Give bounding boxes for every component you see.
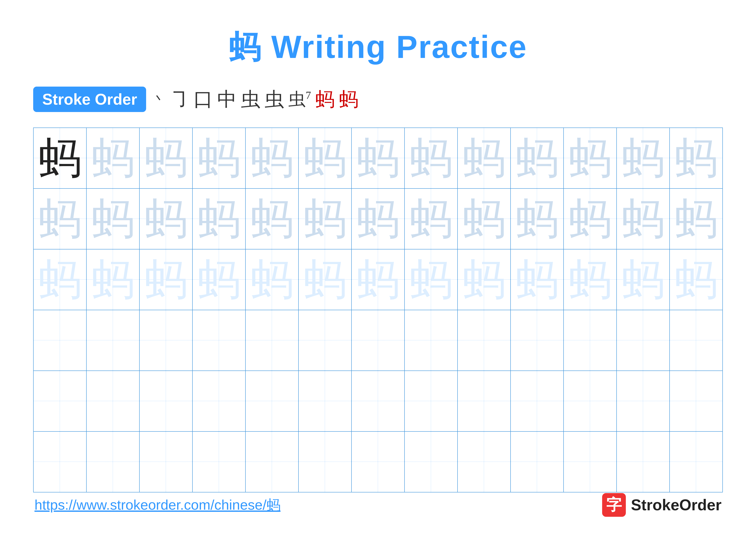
grid-cell-6-6[interactable] bbox=[299, 432, 352, 492]
grid-cell-3-8[interactable]: 蚂 bbox=[405, 249, 458, 310]
grid-cell-2-11[interactable]: 蚂 bbox=[564, 189, 617, 249]
grid-cell-1-3[interactable]: 蚂 bbox=[140, 128, 193, 188]
grid-cell-4-12[interactable] bbox=[617, 310, 670, 370]
grid-cell-6-13[interactable] bbox=[670, 432, 722, 492]
footer-url[interactable]: https://www.strokeorder.com/chinese/蚂 bbox=[35, 496, 281, 514]
grid-cell-6-2[interactable] bbox=[87, 432, 140, 492]
grid-cell-1-4[interactable]: 蚂 bbox=[193, 128, 246, 188]
grid-cell-6-5[interactable] bbox=[246, 432, 299, 492]
grid-cell-4-10[interactable] bbox=[511, 310, 564, 370]
grid-cell-5-3[interactable] bbox=[140, 371, 193, 431]
grid-cell-1-6[interactable]: 蚂 bbox=[299, 128, 352, 188]
grid-cell-4-9[interactable] bbox=[458, 310, 511, 370]
grid-cell-5-13[interactable] bbox=[670, 371, 722, 431]
grid-cell-1-8[interactable]: 蚂 bbox=[405, 128, 458, 188]
grid-cell-4-8[interactable] bbox=[405, 310, 458, 370]
grid-cell-6-7[interactable] bbox=[352, 432, 405, 492]
grid-cell-2-6[interactable]: 蚂 bbox=[299, 189, 352, 249]
grid-cell-3-5[interactable]: 蚂 bbox=[246, 249, 299, 310]
grid-cell-2-10[interactable]: 蚂 bbox=[511, 189, 564, 249]
stroke-sequence: 丶 ㇆ 口 中 虫 虫 虫7 蚂 蚂 bbox=[152, 86, 358, 113]
grid-cell-6-10[interactable] bbox=[511, 432, 564, 492]
grid-cell-5-12[interactable] bbox=[617, 371, 670, 431]
grid-cell-1-7[interactable]: 蚂 bbox=[352, 128, 405, 188]
grid-cell-5-9[interactable] bbox=[458, 371, 511, 431]
grid-cell-5-7[interactable] bbox=[352, 371, 405, 431]
grid-cell-4-6[interactable] bbox=[299, 310, 352, 370]
grid-cell-1-10[interactable]: 蚂 bbox=[511, 128, 564, 188]
grid-row-5 bbox=[34, 371, 722, 432]
grid-cell-5-10[interactable] bbox=[511, 371, 564, 431]
grid-cell-5-6[interactable] bbox=[299, 371, 352, 431]
grid-cell-1-11[interactable]: 蚂 bbox=[564, 128, 617, 188]
grid-cell-4-3[interactable] bbox=[140, 310, 193, 370]
grid-cell-2-5[interactable]: 蚂 bbox=[246, 189, 299, 249]
grid-cell-2-13[interactable]: 蚂 bbox=[670, 189, 722, 249]
grid-cell-6-8[interactable] bbox=[405, 432, 458, 492]
grid-cell-4-2[interactable] bbox=[87, 310, 140, 370]
grid-cell-3-7[interactable]: 蚂 bbox=[352, 249, 405, 310]
grid-cell-5-2[interactable] bbox=[87, 371, 140, 431]
grid-cell-1-1[interactable]: 蚂 bbox=[34, 128, 87, 188]
grid-cell-2-1[interactable]: 蚂 bbox=[34, 189, 87, 249]
grid-cell-6-1[interactable] bbox=[34, 432, 87, 492]
grid-cell-6-4[interactable] bbox=[193, 432, 246, 492]
stroke-order-section: Stroke Order 丶 ㇆ 口 中 虫 虫 虫7 蚂 蚂 bbox=[33, 86, 723, 113]
grid-cell-1-9[interactable]: 蚂 bbox=[458, 128, 511, 188]
grid-cell-3-11[interactable]: 蚂 bbox=[564, 249, 617, 310]
grid-cell-6-12[interactable] bbox=[617, 432, 670, 492]
stroke-seq-6: 虫 bbox=[265, 86, 284, 113]
grid-cell-6-11[interactable] bbox=[564, 432, 617, 492]
grid-row-6 bbox=[34, 432, 722, 492]
grid-cell-3-2[interactable]: 蚂 bbox=[87, 249, 140, 310]
grid-cell-4-11[interactable] bbox=[564, 310, 617, 370]
grid-cell-3-10[interactable]: 蚂 bbox=[511, 249, 564, 310]
grid-cell-3-12[interactable]: 蚂 bbox=[617, 249, 670, 310]
grid-cell-1-5[interactable]: 蚂 bbox=[246, 128, 299, 188]
grid-cell-2-12[interactable]: 蚂 bbox=[617, 189, 670, 249]
grid-cell-5-1[interactable] bbox=[34, 371, 87, 431]
grid-cell-3-9[interactable]: 蚂 bbox=[458, 249, 511, 310]
stroke-seq-dot-1: 丶 bbox=[152, 91, 166, 108]
grid-cell-5-4[interactable] bbox=[193, 371, 246, 431]
grid-cell-4-5[interactable] bbox=[246, 310, 299, 370]
grid-cell-3-3[interactable]: 蚂 bbox=[140, 249, 193, 310]
grid-cell-2-9[interactable]: 蚂 bbox=[458, 189, 511, 249]
grid-cell-2-7[interactable]: 蚂 bbox=[352, 189, 405, 249]
grid-cell-3-13[interactable]: 蚂 bbox=[670, 249, 722, 310]
grid-cell-3-6[interactable]: 蚂 bbox=[299, 249, 352, 310]
page: 蚂 Writing Practice Stroke Order 丶 ㇆ 口 中 … bbox=[0, 0, 756, 534]
grid-row-4 bbox=[34, 310, 722, 371]
grid-cell-2-8[interactable]: 蚂 bbox=[405, 189, 458, 249]
grid-cell-1-12[interactable]: 蚂 bbox=[617, 128, 670, 188]
grid-cell-1-13[interactable]: 蚂 bbox=[670, 128, 722, 188]
grid-cell-3-1[interactable]: 蚂 bbox=[34, 249, 87, 310]
grid-cell-6-9[interactable] bbox=[458, 432, 511, 492]
stroke-seq-3: 口 bbox=[194, 86, 213, 113]
grid-cell-4-7[interactable] bbox=[352, 310, 405, 370]
footer: https://www.strokeorder.com/chinese/蚂 字 … bbox=[35, 493, 721, 517]
stroke-seq-9: 蚂 bbox=[339, 86, 358, 113]
grid-cell-1-2[interactable]: 蚂 bbox=[87, 128, 140, 188]
grid-cell-4-1[interactable] bbox=[34, 310, 87, 370]
grid-cell-5-11[interactable] bbox=[564, 371, 617, 431]
page-title: 蚂 Writing Practice bbox=[229, 26, 527, 69]
grid-cell-2-4[interactable]: 蚂 bbox=[193, 189, 246, 249]
practice-grid: 蚂 蚂 蚂 蚂 蚂 蚂 蚂 蚂 蚂 蚂 蚂 蚂 蚂 蚂 蚂 蚂 蚂 蚂 蚂 蚂 … bbox=[33, 128, 723, 493]
stroke-seq-2: ㇆ bbox=[170, 86, 189, 113]
grid-cell-2-2[interactable]: 蚂 bbox=[87, 189, 140, 249]
grid-cell-4-4[interactable] bbox=[193, 310, 246, 370]
grid-cell-5-5[interactable] bbox=[246, 371, 299, 431]
char-solid: 蚂 bbox=[39, 137, 81, 180]
grid-row-2: 蚂 蚂 蚂 蚂 蚂 蚂 蚂 蚂 蚂 蚂 蚂 蚂 蚂 bbox=[34, 189, 722, 249]
grid-row-1: 蚂 蚂 蚂 蚂 蚂 蚂 蚂 蚂 蚂 蚂 蚂 蚂 蚂 bbox=[34, 128, 722, 189]
stroke-seq-4: 中 bbox=[217, 86, 237, 113]
grid-cell-3-4[interactable]: 蚂 bbox=[193, 249, 246, 310]
grid-cell-4-13[interactable] bbox=[670, 310, 722, 370]
stroke-seq-8: 蚂 bbox=[315, 86, 335, 113]
logo-icon: 字 bbox=[602, 493, 626, 517]
footer-logo: 字 StrokeOrder bbox=[602, 493, 721, 517]
grid-cell-2-3[interactable]: 蚂 bbox=[140, 189, 193, 249]
grid-cell-6-3[interactable] bbox=[140, 432, 193, 492]
grid-cell-5-8[interactable] bbox=[405, 371, 458, 431]
